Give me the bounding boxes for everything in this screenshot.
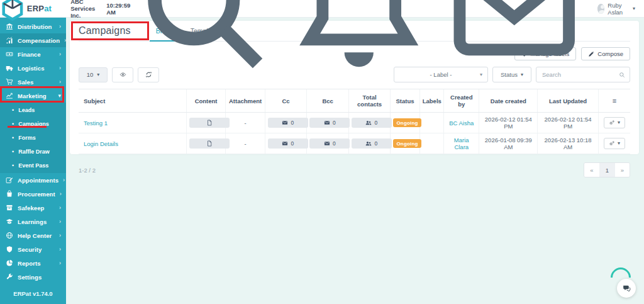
total-contacts-count: 0 <box>374 120 377 126</box>
topbar-actions: Ruby Aslan ▾ <box>130 0 644 81</box>
bcc-badge: 0 <box>309 138 350 149</box>
col-total-contacts[interactable]: Total contacts <box>348 89 391 113</box>
last-updated-cell: 2026-02-13 10:18 AM <box>538 133 599 154</box>
user-name: Ruby Aslan <box>608 2 630 16</box>
sidebar-item-raffle-draw[interactable]: • Raffle Draw <box>0 145 66 159</box>
chevron-down-icon: ▾ <box>618 141 620 146</box>
row-actions-button[interactable]: ▾ <box>604 138 625 149</box>
labels-cell <box>419 113 443 133</box>
chevron-right-icon: › <box>64 38 66 43</box>
status-badge: Ongoing <box>393 139 421 148</box>
chevron-right-icon: › <box>59 24 61 30</box>
sidebar-item-procurement[interactable]: Procurement › <box>0 187 66 201</box>
gears-icon <box>609 120 615 126</box>
total-contacts-count: 0 <box>374 140 377 147</box>
col-cc[interactable]: Cc <box>265 89 307 113</box>
sidebar-item-campaigns[interactable]: • Campaigns <box>0 117 66 131</box>
subject-link[interactable]: Testing 1 <box>84 120 108 127</box>
app-window: ERPat ABC Services Inc. 10:29:59 AM Ruby… <box>0 0 644 304</box>
sidebar-item-distribution[interactable]: Distribution › <box>0 20 66 33</box>
top-bar: ERPat ABC Services Inc. 10:29:59 AM Ruby… <box>0 0 644 18</box>
last-updated-cell: 2026-02-12 01:54 PM <box>538 113 599 133</box>
chevron-down-icon: ▾ <box>633 6 635 11</box>
file-icon <box>206 140 213 147</box>
pencil-square-icon <box>6 176 13 184</box>
sidebar-item-marketing[interactable]: Marketing ▾ <box>0 89 66 103</box>
chevron-right-icon: › <box>63 177 65 183</box>
sidebar-item-label: Security <box>18 246 55 253</box>
sidebar-item-label: Reports <box>18 260 55 267</box>
user-menu[interactable]: Ruby Aslan ▾ <box>597 2 635 16</box>
col-bcc[interactable]: Bcc <box>307 89 349 113</box>
bullet-icon: • <box>12 121 14 127</box>
banknote-icon <box>6 50 13 58</box>
chevron-right-icon: › <box>60 191 62 197</box>
sidebar-item-settings[interactable]: Settings <box>0 270 66 284</box>
col-subject[interactable]: Subject <box>79 89 186 113</box>
sidebar-item-compensation[interactable]: Compensation › <box>0 33 66 47</box>
sidebar-item-learnings[interactable]: Learnings › <box>0 215 66 228</box>
search-icon[interactable] <box>130 0 276 81</box>
sidebar-subitem-label: Campaigns <box>18 121 49 127</box>
bar-chart-icon <box>6 37 13 44</box>
col-status[interactable]: Status <box>391 89 419 113</box>
sidebar-subitem-label: Raffle Draw <box>18 149 50 155</box>
mail-icon <box>324 120 330 126</box>
col-labels[interactable]: Labels <box>419 89 443 113</box>
col-attachment[interactable]: Attachment <box>226 89 265 113</box>
next-page-button[interactable]: » <box>614 163 630 177</box>
col-last-updated[interactable]: Last Updated <box>538 89 599 113</box>
sidebar-item-logistics[interactable]: Logistics › <box>0 61 66 75</box>
row-actions-button[interactable]: ▾ <box>604 117 625 128</box>
page-size-value: 10 <box>87 71 94 78</box>
truck-icon <box>6 64 13 72</box>
page-title: Campaigns <box>79 25 131 37</box>
sidebar-item-security[interactable]: Security › <box>0 242 66 256</box>
cart-icon <box>6 78 13 86</box>
chevron-right-icon: › <box>59 52 61 57</box>
subject-link[interactable]: Login Details <box>84 140 118 147</box>
current-page-button[interactable]: 1 <box>599 163 614 177</box>
campaigns-table: Subject Content Attachment Cc Bcc Total … <box>79 89 630 154</box>
mail-icon[interactable] <box>441 0 587 81</box>
archive-box-icon <box>6 204 13 211</box>
col-created-by[interactable]: Created by <box>444 89 479 113</box>
cc-count: 0 <box>291 140 294 147</box>
shield-icon <box>6 245 13 253</box>
sidebar-item-help-center[interactable]: Help Center › <box>0 228 66 242</box>
sidebar-item-finance[interactable]: Finance › <box>0 47 66 61</box>
sidebar-item-label: Distribution <box>18 23 55 30</box>
content-preview-button[interactable] <box>189 138 230 149</box>
sidebar-item-appointments[interactable]: Appointments › <box>0 173 66 187</box>
sidebar-item-forms[interactable]: • Forms <box>0 131 66 145</box>
chat-button[interactable] <box>617 279 636 298</box>
bell-icon[interactable] <box>286 0 432 81</box>
sidebar-item-event-pass[interactable]: • Event Pass <box>0 159 66 172</box>
chevron-right-icon: › <box>59 205 61 211</box>
page-size-select[interactable]: 10 ▾ <box>79 67 108 82</box>
prev-page-button[interactable]: « <box>584 163 599 177</box>
content-preview-button[interactable] <box>189 118 230 128</box>
chevron-down-icon: ▾ <box>58 93 61 99</box>
created-by-link[interactable]: Maria Clara <box>454 137 469 150</box>
chevron-right-icon: › <box>59 79 61 85</box>
col-date-created[interactable]: Date created <box>479 89 538 113</box>
mail-icon <box>282 120 288 126</box>
total-contacts-badge: 0 <box>352 138 392 149</box>
sidebar-item-sales[interactable]: Sales › <box>0 75 66 89</box>
file-icon <box>206 120 213 126</box>
sidebar-item-leads[interactable]: • Leads <box>0 103 66 117</box>
bullet-icon: • <box>12 149 14 155</box>
col-menu[interactable]: ≡ <box>598 89 630 113</box>
col-content[interactable]: Content <box>186 89 225 113</box>
sidebar-subitem-label: Event Pass <box>18 162 48 169</box>
logo[interactable]: ERPat <box>0 0 52 21</box>
cc-badge: 0 <box>268 118 308 128</box>
created-by-link[interactable]: BC Aisha <box>449 120 474 127</box>
sidebar-item-label: Compensation <box>18 37 60 44</box>
sidebar-subitem-label: Leads <box>18 107 35 113</box>
sidebar-item-safekeep[interactable]: Safekeep › <box>0 201 66 215</box>
bullet-icon: • <box>12 135 14 141</box>
sidebar-item-reports[interactable]: Reports › <box>0 256 66 270</box>
chevron-right-icon: › <box>59 65 61 71</box>
